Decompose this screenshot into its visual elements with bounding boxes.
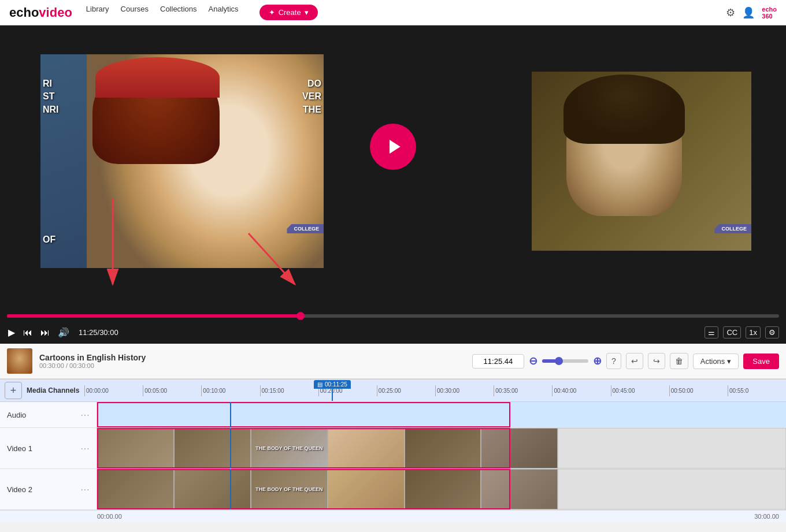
- timeline-footer: 00:00.00 30:00.00: [0, 510, 786, 522]
- video2-frames: THE BODY OF THE QUEEN: [97, 469, 786, 509]
- ruler-mark-2: 00:10:00: [201, 385, 259, 396]
- timeline-header: + Media Channels ▤ 00:11:25 00:00:00 00:…: [0, 380, 786, 402]
- timeline-area: + Media Channels ▤ 00:11:25 00:00:00 00:…: [0, 379, 786, 522]
- video1-track-menu[interactable]: ⋯: [80, 443, 90, 454]
- nav-library[interactable]: Library: [86, 5, 109, 20]
- progress-bar-area: [0, 314, 786, 321]
- svg-marker-0: [390, 140, 401, 154]
- video1-track-label: Video 1 ⋯: [0, 428, 97, 468]
- video-controls: ▶ ⏮ ⏭ 🔊 11:25/30:00 ⚌ CC 1x ⚙: [0, 321, 786, 344]
- create-icon: ✦: [269, 8, 275, 17]
- ruler-mark-3: 00:15:00: [260, 385, 318, 396]
- video2-empty: [558, 469, 786, 509]
- ruler-mark-11: 00:55:0: [728, 385, 786, 396]
- video2-track-label: Video 2 ⋯: [0, 469, 97, 509]
- echo360-icon: echo360: [762, 6, 777, 20]
- ruler-mark-9: 00:45:00: [611, 385, 669, 396]
- editor-controls: ⊖ ⊕ ? ↩ ↪ 🗑 Actions ▾ Save: [472, 353, 779, 369]
- video1-frames: THE BODY OF THE QUEEN: [97, 428, 786, 468]
- progress-thumb[interactable]: [296, 312, 305, 320]
- settings-eq-button[interactable]: ⚌: [705, 326, 718, 338]
- undo-button[interactable]: ↩: [626, 353, 643, 369]
- nav-analytics[interactable]: Analytics: [209, 5, 239, 20]
- audio-track-menu[interactable]: ⋯: [80, 410, 90, 421]
- video1-frame-5: [405, 428, 481, 468]
- ruler-mark-10: 00:50:00: [669, 385, 728, 396]
- video-player: RISTNRI DOVERTHE OF COLLEGE COLLEGE: [0, 25, 786, 314]
- main-nav: echovideo Library Courses Collections An…: [0, 0, 786, 25]
- left-video-thumbnail: RISTNRI DOVERTHE OF COLLEGE: [40, 54, 324, 268]
- speed-button[interactable]: 1x: [746, 326, 761, 338]
- video1-frame-1: [97, 428, 174, 468]
- rewind-button[interactable]: ⏮: [22, 326, 34, 339]
- zoom-out-button[interactable]: ⊖: [529, 355, 537, 367]
- video1-track-content[interactable]: THE BODY OF THE QUEEN: [97, 428, 786, 468]
- editor-duration: 00:30:00 / 00:30:00: [39, 362, 465, 369]
- video2-frame-1: [97, 469, 174, 509]
- chevron-down-icon: ▾: [727, 357, 731, 366]
- media-channels-label: Media Channels: [27, 386, 84, 395]
- video2-frame-3: THE BODY OF THE QUEEN: [251, 469, 328, 509]
- editor-info: Cartoons in English History 00:30:00 / 0…: [39, 353, 465, 369]
- play-pause-button[interactable]: ▶: [7, 326, 16, 339]
- delete-button[interactable]: 🗑: [670, 353, 688, 369]
- zoom-track: [542, 359, 588, 363]
- save-button[interactable]: Save: [743, 354, 779, 369]
- time-input[interactable]: [472, 354, 524, 369]
- nav-collections[interactable]: Collections: [160, 5, 197, 20]
- zoom-fill: [542, 359, 556, 363]
- progress-fill: [7, 314, 301, 318]
- timeline-start: 00:00.00: [97, 513, 122, 520]
- progress-track[interactable]: [7, 314, 779, 318]
- fast-forward-button[interactable]: ⏭: [39, 326, 51, 339]
- video2-track-content[interactable]: THE BODY OF THE QUEEN: [97, 469, 786, 509]
- left-college-badge: COLLEGE: [287, 224, 324, 233]
- captions-button[interactable]: CC: [723, 326, 741, 338]
- video1-empty: [558, 428, 786, 468]
- right-college-badge: COLLEGE: [714, 224, 751, 233]
- ruler-mark-1: 00:05:00: [143, 385, 201, 396]
- video1-frame-6: [481, 428, 558, 468]
- zoom-in-button[interactable]: ⊕: [593, 355, 602, 367]
- audio-track-label: Audio ⋯: [0, 402, 97, 427]
- audio-track-content[interactable]: [97, 402, 786, 427]
- help-button[interactable]: ?: [606, 353, 621, 369]
- volume-button[interactable]: 🔊: [57, 326, 71, 339]
- nav-links: Library Courses Collections Analytics ✦ …: [86, 5, 318, 20]
- nav-right: ⚙ 👤 echo360: [726, 6, 777, 20]
- ruler-marks: 00:00:00 00:05:00 00:10:00 00:15:00 00:2…: [84, 385, 786, 396]
- create-button[interactable]: ✦ Create ▾: [259, 5, 318, 20]
- chevron-down-icon: ▾: [305, 8, 309, 17]
- nav-courses[interactable]: Courses: [121, 5, 149, 20]
- right-video-thumbnail: COLLEGE: [532, 72, 751, 251]
- video2-frame-5: [405, 469, 481, 509]
- video2-frame-6: [481, 469, 558, 509]
- ruler-mark-8: 00:40:00: [552, 385, 610, 396]
- editor-thumbnail: [7, 348, 32, 374]
- video1-track-row: Video 1 ⋯ THE BODY OF THE QUEEN: [0, 428, 786, 469]
- settings-icon[interactable]: ⚙: [726, 6, 735, 19]
- timeline-ruler: ▤ 00:11:25 00:00:00 00:05:00 00:10:00 00…: [84, 380, 786, 401]
- video1-frame-3: THE BODY OF THE QUEEN: [251, 428, 328, 468]
- gear-button[interactable]: ⚙: [765, 326, 779, 338]
- ruler-mark-5: 00:25:00: [377, 385, 435, 396]
- video2-frame-4: [328, 469, 405, 509]
- user-icon[interactable]: 👤: [742, 6, 755, 19]
- play-button[interactable]: [370, 124, 416, 170]
- zoom-slider-container: [542, 359, 588, 363]
- video2-track-menu[interactable]: ⋯: [80, 484, 90, 495]
- ruler-mark-4: 00:20:00: [318, 385, 377, 396]
- editor-header: Cartoons in English History 00:30:00 / 0…: [0, 344, 786, 379]
- audio-waveform: [97, 402, 786, 427]
- redo-button[interactable]: ↪: [648, 353, 665, 369]
- ruler-mark-6: 00:30:00: [435, 385, 494, 396]
- audio-track-row: Audio ⋯: [0, 402, 786, 428]
- ruler-mark-0: 00:00:00: [84, 385, 143, 396]
- zoom-thumb[interactable]: [555, 357, 563, 365]
- time-display: 11:25/30:00: [79, 328, 118, 337]
- ruler-mark-7: 00:35:00: [494, 385, 552, 396]
- logo[interactable]: echovideo: [9, 5, 72, 20]
- add-channel-button[interactable]: +: [5, 382, 22, 399]
- timeline-end: 30:00.00: [754, 513, 779, 520]
- actions-button[interactable]: Actions ▾: [693, 354, 739, 369]
